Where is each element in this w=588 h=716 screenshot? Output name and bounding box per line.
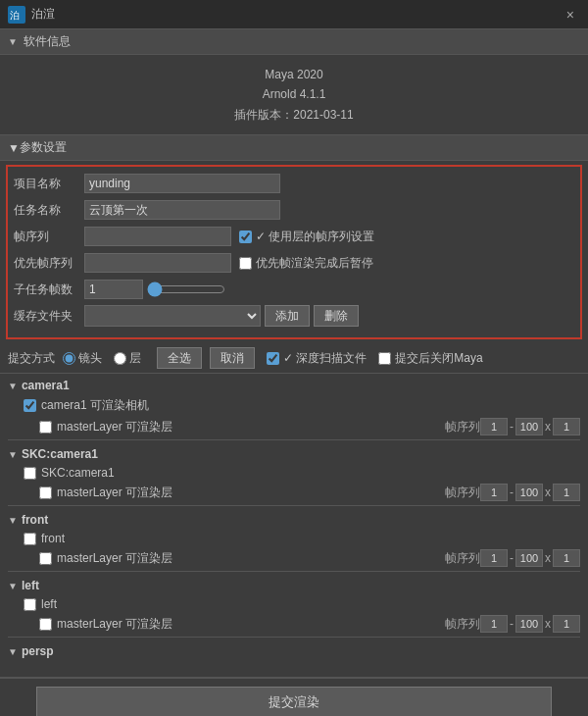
front-layer-label: masterLayer 可渲染层	[57, 550, 445, 567]
add-button[interactable]: 添加	[265, 305, 310, 327]
camera1-frame-end[interactable]	[515, 418, 543, 435]
front-frame-end[interactable]	[515, 549, 543, 567]
close-maya-text: 提交后关闭Maya	[395, 350, 482, 367]
params-section: 项目名称 任务名称 帧序列 ✓ 使用层的帧序列设置 优先帧序列 优先帧渲染完成后…	[6, 165, 582, 339]
project-name-label: 项目名称	[14, 176, 84, 192]
frame-seq-input[interactable]	[84, 227, 231, 246]
skc-frame-step[interactable]	[553, 484, 580, 501]
front-header[interactable]: ▼ front	[8, 508, 580, 530]
skc-camera1-layer-row: masterLayer 可渲染层 帧序列 - x	[8, 482, 580, 503]
front-checkbox[interactable]	[24, 533, 36, 545]
left-label: left	[41, 597, 57, 611]
front-checkbox-row: front	[8, 530, 580, 547]
left-frame-range: 帧序列 - x	[445, 615, 580, 633]
pause-after-priority-label[interactable]: 优先帧渲染完成后暂停	[239, 255, 373, 272]
camera1-label: camera1 可渲染相机	[41, 397, 149, 414]
software-info-header[interactable]: ▼ 软件信息	[0, 29, 588, 55]
cache-folder-row: 缓存文件夹 添加 删除	[14, 305, 574, 327]
close-button[interactable]: ×	[561, 5, 580, 25]
camera1-frame-start[interactable]	[480, 418, 508, 435]
skc-camera1-layer-checkbox[interactable]	[39, 486, 52, 499]
skc-frame-start[interactable]	[480, 484, 508, 501]
left-header[interactable]: ▼ left	[8, 574, 580, 595]
camera1-checkbox-row: camera1 可渲染相机	[8, 395, 580, 416]
cache-folder-select[interactable]	[84, 305, 261, 327]
camera-group-persp: ▼ persp	[0, 639, 588, 661]
camera-group-camera1: ▼ camera1 camera1 可渲染相机 masterLayer 可渲染层…	[0, 374, 588, 440]
left-checkbox-row: left	[8, 595, 580, 613]
persp-arrow: ▼	[8, 646, 18, 657]
select-all-button[interactable]: 全选	[157, 347, 202, 369]
params-label: 参数设置	[20, 139, 67, 156]
radio-lens-text: 镜头	[78, 350, 102, 367]
close-maya-label[interactable]: 提交后关闭Maya	[378, 350, 482, 367]
radio-layer[interactable]	[114, 352, 126, 365]
radio-lens[interactable]	[63, 352, 75, 365]
left-name: left	[22, 579, 39, 592]
front-name: front	[22, 513, 48, 527]
priority-frame-input[interactable]	[84, 253, 231, 273]
software-line-2: Arnold 4.1.1	[0, 84, 588, 104]
app-logo: 泊	[8, 6, 25, 24]
left-checkbox[interactable]	[24, 598, 36, 611]
pause-after-priority-checkbox[interactable]	[239, 257, 252, 270]
radio-layer-label[interactable]: 层	[114, 350, 141, 367]
software-line-1: Maya 2020	[0, 65, 588, 84]
camera1-checkbox[interactable]	[24, 399, 36, 412]
left-frame-range-label: 帧序列	[445, 616, 480, 633]
params-arrow: ▼	[8, 141, 20, 155]
left-frame-step[interactable]	[553, 615, 580, 633]
camera-group-skc-camera1: ▼ SKC:camera1 SKC:camera1 masterLayer 可渲…	[0, 442, 588, 506]
left-frame-start[interactable]	[480, 615, 508, 633]
skc-camera1-layer-label: masterLayer 可渲染层	[57, 485, 445, 501]
persp-header[interactable]: ▼ persp	[8, 639, 580, 661]
deep-scan-label[interactable]: ✓ 深度扫描文件	[267, 350, 367, 367]
params-section-header[interactable]: ▼ 参数设置	[0, 135, 588, 161]
front-layer-checkbox[interactable]	[39, 552, 52, 565]
submit-render-button[interactable]: 提交渲染	[36, 687, 552, 716]
camera-group-front: ▼ front front masterLayer 可渲染层 帧序列 - x	[0, 508, 588, 572]
left-layer-row: masterLayer 可渲染层 帧序列 - x	[8, 613, 580, 635]
software-info-label: 软件信息	[24, 33, 71, 50]
use-layer-frame-seq-text: ✓ 使用层的帧序列设置	[256, 229, 374, 245]
left-arrow: ▼	[8, 581, 18, 591]
front-frame-range-label: 帧序列	[445, 550, 480, 567]
cache-folder-label: 缓存文件夹	[14, 308, 84, 325]
left-layer-checkbox[interactable]	[39, 618, 52, 631]
subtask-slider[interactable]	[147, 282, 225, 296]
camera1-header[interactable]: ▼ camera1	[8, 374, 580, 395]
skc-camera1-name: SKC:camera1	[22, 447, 98, 461]
subtask-input[interactable]	[84, 280, 143, 299]
priority-frame-row: 优先帧序列 优先帧渲染完成后暂停	[14, 252, 574, 274]
left-layer-label: masterLayer 可渲染层	[57, 616, 445, 633]
frame-seq-row: 帧序列 ✓ 使用层的帧序列设置	[14, 226, 574, 247]
front-label: front	[41, 532, 65, 545]
skc-frame-end[interactable]	[515, 484, 543, 501]
cancel-select-button[interactable]: 取消	[210, 347, 255, 369]
use-layer-frame-seq-checkbox[interactable]	[239, 230, 252, 243]
frame-range-label: 帧序列	[445, 419, 480, 435]
task-name-input[interactable]	[84, 200, 280, 220]
camera1-frame-range: 帧序列 - x	[445, 418, 580, 435]
front-frame-start[interactable]	[480, 549, 508, 567]
deep-scan-checkbox[interactable]	[267, 352, 279, 365]
skc-camera1-arrow: ▼	[8, 449, 18, 460]
radio-lens-label[interactable]: 镜头	[63, 350, 102, 367]
front-frame-step[interactable]	[553, 549, 580, 567]
skc-camera1-checkbox[interactable]	[24, 467, 36, 480]
camera1-layer-checkbox[interactable]	[39, 421, 52, 434]
persp-name: persp	[22, 644, 54, 658]
software-info-arrow: ▼	[8, 36, 18, 47]
software-line-3: 插件版本：2021-03-11	[0, 105, 588, 125]
camera-list: ▼ camera1 camera1 可渲染相机 masterLayer 可渲染层…	[0, 374, 588, 678]
camera1-frame-step[interactable]	[553, 418, 580, 435]
project-name-input[interactable]	[84, 174, 280, 193]
sep1: -	[510, 420, 514, 434]
close-maya-checkbox[interactable]	[378, 352, 391, 365]
skc-camera1-header[interactable]: ▼ SKC:camera1	[8, 442, 580, 464]
delete-button[interactable]: 删除	[314, 305, 359, 327]
front-frame-range: 帧序列 - x	[445, 549, 580, 567]
use-layer-frame-seq-label[interactable]: ✓ 使用层的帧序列设置	[239, 229, 374, 245]
sep2: x	[545, 420, 551, 434]
left-frame-end[interactable]	[515, 615, 543, 633]
